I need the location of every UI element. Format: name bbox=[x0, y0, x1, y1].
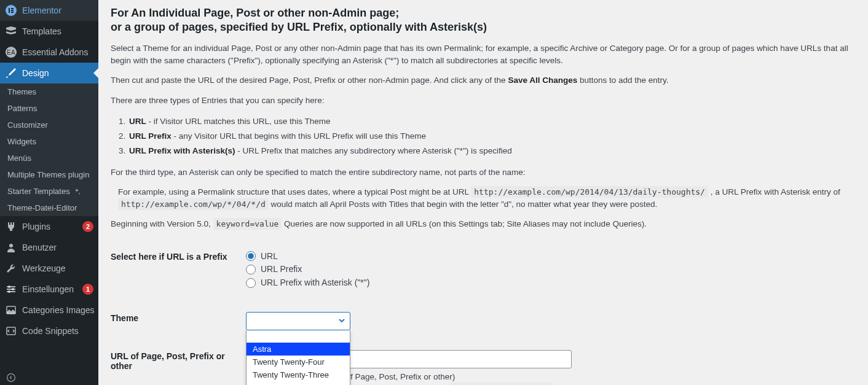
radio-url-label: URL bbox=[261, 251, 278, 263]
svg-rect-4 bbox=[11, 12, 14, 13]
radio-url-prefix-asterisk[interactable]: URL Prefix with Asterisk ("*") bbox=[246, 277, 856, 289]
theme-row: Theme Astra Twenty Twenty-Four Twenty Tw… bbox=[111, 312, 856, 330]
sidebar-item-tools[interactable]: Werkzeuge bbox=[0, 258, 98, 279]
example-prefix-code: http://example.com/wp/*/04/*/d bbox=[118, 198, 269, 210]
url-label: URL of Page, Post, Prefix or other bbox=[111, 350, 246, 371]
heading-line-2: or a group of pages, specified by URL Pr… bbox=[111, 21, 487, 33]
sidebar-item-users[interactable]: Benutzer bbox=[0, 237, 98, 258]
svg-point-12 bbox=[12, 288, 14, 290]
radio-url[interactable]: URL bbox=[246, 251, 856, 263]
submenu-customizer[interactable]: Customizer bbox=[0, 117, 98, 133]
radio-url-prefix-asterisk-label: URL Prefix with Asterisk ("*") bbox=[261, 277, 369, 289]
heading-line-1: For An Individual Page, Post or other no… bbox=[111, 7, 399, 19]
sidebar-item-settings[interactable]: Einstellungen 1 bbox=[0, 279, 98, 300]
main-content: For An Individual Page, Post or other no… bbox=[98, 0, 868, 385]
sidebar-label: Code Snippets bbox=[22, 326, 93, 336]
entry-type-url-prefix: URL Prefix - any Visitor URL that begins… bbox=[128, 129, 856, 144]
version-note: Beginning with Version 5.0, keyword=valu… bbox=[111, 218, 856, 230]
entry-types-list: URL - if Visitor URL matches this URL, u… bbox=[128, 114, 856, 159]
radio-url-prefix-input[interactable] bbox=[246, 265, 256, 274]
settings-icon bbox=[5, 283, 17, 295]
sidebar-label: Benutzer bbox=[22, 243, 93, 252]
prefix-row: Select here if URL is a Prefix URL URL P… bbox=[111, 251, 856, 290]
submenu-starter-templates[interactable]: Starter Templates bbox=[0, 183, 98, 200]
svg-point-7 bbox=[9, 244, 13, 247]
sidebar-item-design[interactable]: Design bbox=[0, 63, 98, 84]
svg-text:EA: EA bbox=[7, 49, 15, 56]
collapse-menu-button[interactable] bbox=[0, 370, 98, 385]
theme-label: Theme bbox=[111, 312, 246, 323]
sidebar-item-categories-images[interactable]: Categories Images bbox=[0, 300, 98, 321]
sidebar-item-templates[interactable]: Templates bbox=[0, 21, 98, 42]
svg-point-11 bbox=[8, 286, 10, 288]
url-hint-1: f Page, Post, Prefix or other) bbox=[350, 372, 856, 381]
elementor-icon bbox=[5, 4, 17, 17]
svg-rect-1 bbox=[9, 8, 10, 13]
theme-option-tt-four[interactable]: Twenty Twenty-Four bbox=[247, 356, 350, 368]
sidebar-label: Werkzeuge bbox=[22, 263, 93, 273]
submenu-multiple-themes[interactable]: Multiple Themes plugin bbox=[0, 166, 98, 183]
users-icon bbox=[5, 241, 17, 254]
sidebar-label: Templates bbox=[22, 26, 93, 36]
keyword-value-code: keyword=value bbox=[213, 218, 282, 230]
sidebar-item-elementor[interactable]: Elementor bbox=[0, 0, 98, 21]
radio-url-input[interactable] bbox=[246, 251, 256, 261]
plugins-icon bbox=[5, 220, 17, 233]
svg-point-13 bbox=[8, 290, 10, 293]
plugins-badge: 2 bbox=[82, 221, 93, 232]
url-row: URL of Page, Post, Prefix or other f Pag… bbox=[111, 350, 856, 371]
sidebar-label: Design bbox=[22, 68, 93, 78]
submenu-menus[interactable]: Menüs bbox=[0, 150, 98, 166]
intro-paragraph-2: Then cut and paste the URL of the desire… bbox=[111, 74, 856, 87]
admin-sidebar: Elementor Templates EA Essential Addons … bbox=[0, 0, 98, 385]
design-icon bbox=[5, 67, 17, 79]
addons-icon: EA bbox=[5, 46, 17, 58]
sidebar-label: Elementor bbox=[22, 6, 93, 15]
intro-paragraph-1: Select a Theme for an individual Page, P… bbox=[111, 42, 856, 68]
templates-icon bbox=[5, 25, 17, 37]
tools-icon bbox=[5, 262, 17, 274]
submenu-widgets[interactable]: Widgets bbox=[0, 133, 98, 150]
asterisk-example: For example, using a Permalink structure… bbox=[118, 186, 856, 211]
prefix-label: Select here if URL is a Prefix bbox=[111, 251, 246, 262]
theme-dropdown: Astra Twenty Twenty-Four Twenty Twenty-T… bbox=[246, 330, 350, 385]
theme-option-astra[interactable]: Astra bbox=[247, 343, 350, 356]
sidebar-item-plugins[interactable]: Plugins 2 bbox=[0, 216, 98, 237]
theme-option-tt-two[interactable]: Twenty Twenty-Two bbox=[247, 381, 350, 385]
sidebar-label: Categories Images bbox=[22, 305, 95, 315]
submenu-themes[interactable]: Themes bbox=[0, 84, 98, 100]
intro-paragraph-3: There are three types of Entries that yo… bbox=[111, 95, 856, 107]
settings-badge: 1 bbox=[82, 284, 93, 295]
sparkle-icon bbox=[73, 187, 81, 196]
submenu-label: Starter Templates bbox=[7, 187, 70, 196]
chevron-left-icon bbox=[6, 373, 16, 383]
example-url-code: http://example.com/wp/2014/04/13/daily-t… bbox=[471, 186, 708, 198]
radio-url-prefix[interactable]: URL Prefix bbox=[246, 263, 856, 276]
svg-rect-2 bbox=[11, 8, 14, 9]
sidebar-label: Einstellungen bbox=[22, 284, 79, 294]
theme-option-tt-three[interactable]: Twenty Twenty-Three bbox=[247, 368, 350, 381]
sidebar-label: Essential Addons bbox=[22, 47, 93, 57]
radio-url-prefix-asterisk-input[interactable] bbox=[246, 278, 256, 288]
sidebar-item-code-snippets[interactable]: Code Snippets bbox=[0, 321, 98, 341]
categories-images-icon bbox=[5, 304, 17, 316]
asterisk-note: For the third type, an Asterisk can only… bbox=[111, 166, 856, 179]
svg-point-16 bbox=[7, 374, 15, 382]
sidebar-item-essential-addons[interactable]: EA Essential Addons bbox=[0, 42, 98, 63]
svg-rect-3 bbox=[11, 10, 14, 11]
save-all-changes-text: Save All Changes bbox=[508, 76, 577, 85]
entry-type-url-prefix-asterisk: URL Prefix with Asterisk(s) - URL Prefix… bbox=[128, 144, 856, 158]
site-address-code: https://itopiks.com/ bbox=[450, 383, 553, 385]
radio-url-prefix-label: URL Prefix bbox=[261, 263, 302, 276]
entry-type-url: URL - if Visitor URL matches this URL, u… bbox=[128, 114, 856, 129]
sidebar-label: Plugins bbox=[22, 222, 79, 231]
section-heading: For An Individual Page, Post or other no… bbox=[111, 6, 856, 35]
submenu-theme-editor[interactable]: Theme-Datei-Editor bbox=[0, 200, 98, 216]
design-submenu: Themes Patterns Customizer Widgets Menüs… bbox=[0, 84, 98, 216]
submenu-patterns[interactable]: Patterns bbox=[0, 100, 98, 117]
theme-select[interactable] bbox=[246, 312, 350, 330]
code-snippets-icon bbox=[5, 325, 17, 337]
